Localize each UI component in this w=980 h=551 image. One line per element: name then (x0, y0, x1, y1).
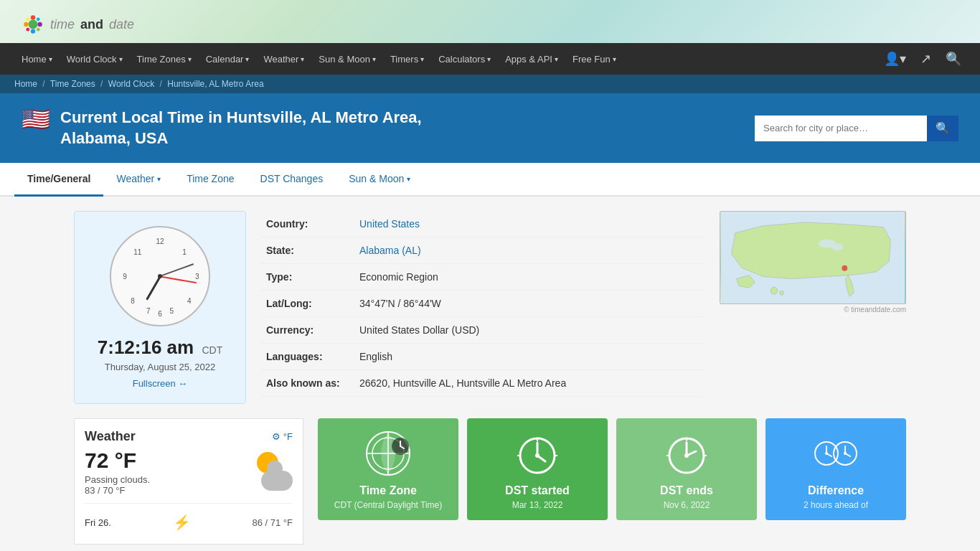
clock-num-12: 12 (156, 237, 164, 245)
info-label: Country: (260, 211, 354, 237)
nav-calendar[interactable]: Calendar ▾ (199, 43, 257, 75)
second-hand (160, 276, 197, 283)
difference-card-icon (811, 428, 861, 479)
main-content: 12 1 3 4 5 6 7 8 9 11 7:12:16 am CDT Thu… (60, 197, 920, 551)
share-icon[interactable]: ↗ (916, 51, 936, 67)
time-display: 7:12:16 am (98, 336, 194, 358)
clock-num-1: 1 (182, 248, 187, 256)
gear-icon: ⚙ (272, 431, 281, 442)
chevron-icon: ▾ (157, 175, 161, 183)
content-row-top: 12 1 3 4 5 6 7 8 9 11 7:12:16 am CDT Thu… (74, 211, 906, 404)
state-link[interactable]: Alabama (AL) (359, 245, 421, 256)
info-label: Lat/Long: (260, 291, 354, 317)
weather-divider (85, 503, 293, 504)
country-link[interactable]: United States (359, 218, 420, 230)
card-dst-started-sub: Mar 13, 2022 (512, 500, 563, 510)
tab-sun-moon[interactable]: Sun & Moon ▾ (336, 163, 423, 197)
breadcrumb-current[interactable]: Huntsville, AL Metro Area (167, 79, 263, 89)
account-icon[interactable]: 👤▾ (880, 51, 910, 67)
svg-point-0 (29, 20, 38, 29)
nav-weather[interactable]: Weather ▾ (256, 43, 311, 75)
chevron-icon: ▾ (119, 55, 123, 63)
info-value: English (354, 344, 705, 370)
page-tabs: Time/General Weather ▾ Time Zone DST Cha… (0, 163, 980, 197)
info-label: Type: (260, 264, 354, 291)
nav-world-clock[interactable]: World Clock ▾ (60, 43, 130, 75)
search-icon[interactable]: 🔍 (941, 51, 966, 67)
table-row: Type: Economic Region (260, 264, 705, 291)
page-title: Current Local Time in Huntsville, AL Met… (60, 108, 491, 149)
info-value: United States Dollar (USD) (354, 317, 705, 344)
table-row: Languages: English (260, 344, 705, 370)
card-dst-started[interactable]: DST started Mar 13, 2022 (467, 418, 608, 520)
svg-point-3 (24, 22, 28, 27)
svg-point-4 (37, 22, 42, 27)
weather-title: Weather (85, 429, 136, 444)
clock-num-11: 11 (133, 248, 141, 256)
info-table: Country: United States State: Alabama (A… (260, 211, 705, 397)
main-nav: Home ▾ World Clock ▾ Time Zones ▾ Calend… (0, 43, 980, 75)
nav-home[interactable]: Home ▾ (14, 43, 60, 75)
card-difference-sub: 2 hours ahead of (804, 500, 868, 510)
svg-point-43 (844, 452, 847, 455)
chevron-icon: ▾ (372, 55, 376, 63)
card-timezone[interactable]: Time Zone CDT (Central Daylight Time) (318, 418, 458, 520)
chevron-icon: ▾ (613, 55, 616, 63)
bottom-section: Weather ⚙ °F 72 °F Passing clouds. 83 / … (74, 418, 906, 545)
info-label: State: (260, 237, 354, 264)
site-header: timeanddate (0, 0, 980, 43)
svg-point-1 (31, 15, 35, 19)
search-input[interactable] (755, 116, 927, 141)
nav-free-fun[interactable]: Free Fun ▾ (565, 43, 623, 75)
svg-point-2 (31, 29, 35, 33)
breadcrumb-sep: / (100, 79, 103, 89)
forecast-day: Fri 26. (85, 517, 111, 528)
weather-settings[interactable]: ⚙ °F (272, 431, 293, 442)
svg-point-7 (26, 28, 29, 32)
country-flag: 🇺🇸 (22, 108, 50, 131)
weather-header: Weather ⚙ °F (85, 429, 293, 444)
svg-point-6 (37, 17, 40, 21)
clock-section: 12 1 3 4 5 6 7 8 9 11 7:12:16 am CDT Thu… (74, 211, 246, 404)
chevron-icon: ▾ (301, 55, 304, 63)
map-credit: © timeanddate.com (720, 306, 906, 314)
us-map[interactable] (720, 211, 906, 304)
breadcrumb-worldclock[interactable]: World Clock (108, 79, 154, 89)
tab-time-zone[interactable]: Time Zone (174, 163, 247, 197)
svg-point-13 (771, 288, 778, 295)
tab-time-general[interactable]: Time/General (14, 163, 103, 197)
nav-sun-moon[interactable]: Sun & Moon ▾ (311, 43, 383, 75)
nav-icons: 👤▾ ↗ 🔍 (880, 51, 966, 67)
chevron-icon: ▾ (407, 175, 410, 183)
dst-ends-card-icon (661, 428, 712, 479)
minute-hand (160, 263, 194, 277)
chevron-icon: ▾ (487, 55, 491, 63)
cloud-icon (261, 471, 293, 491)
card-difference[interactable]: Difference 2 hours ahead of (765, 418, 906, 520)
nav-timers[interactable]: Timers ▾ (383, 43, 431, 75)
logo[interactable]: timeanddate (22, 13, 134, 36)
table-row: State: Alabama (AL) (260, 237, 705, 264)
nav-time-zones[interactable]: Time Zones ▾ (130, 43, 199, 75)
search-button[interactable]: 🔍 (927, 116, 958, 141)
tab-dst-changes[interactable]: DST Changes (248, 163, 336, 197)
chevron-icon: ▾ (188, 55, 192, 63)
breadcrumb-timezones[interactable]: Time Zones (50, 79, 95, 89)
clock-num-4: 4 (187, 297, 192, 305)
weather-description: Passing clouds. (85, 474, 150, 485)
card-dst-ends-sub: Nov 6, 2022 (664, 500, 710, 510)
nav-calculators[interactable]: Calculators ▾ (431, 43, 498, 75)
svg-point-28 (535, 453, 540, 458)
chevron-icon: ▾ (245, 55, 249, 63)
tab-weather[interactable]: Weather ▾ (103, 163, 174, 197)
table-row: Country: United States (260, 211, 705, 237)
weather-icon (250, 451, 293, 494)
info-cards: Time Zone CDT (Central Daylight Time) DS… (318, 418, 906, 520)
breadcrumb-home[interactable]: Home (14, 79, 37, 89)
card-dst-ends[interactable]: DST ends Nov 6, 2022 (616, 418, 757, 520)
breadcrumb-sep: / (42, 79, 44, 89)
nav-apps-api[interactable]: Apps & API ▾ (498, 43, 565, 75)
card-dst-started-title: DST started (505, 484, 570, 497)
fullscreen-link[interactable]: Fullscreen ↔ (133, 378, 188, 389)
hero-search: 🔍 (755, 116, 958, 141)
